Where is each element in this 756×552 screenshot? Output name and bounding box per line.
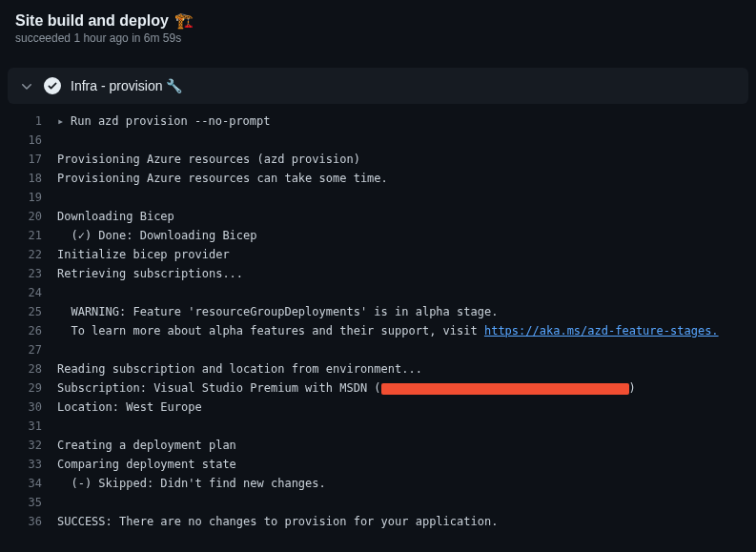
log-line: 34 (-) Skipped: Didn't find new changes. — [0, 474, 756, 493]
line-number: 31 — [0, 417, 57, 436]
line-number: 18 — [0, 169, 57, 188]
line-number: 1 — [0, 112, 57, 131]
log-line: 25 WARNING: Feature 'resourceGroupDeploy… — [0, 302, 756, 321]
log-text: WARNING: Feature 'resourceGroupDeploymen… — [57, 302, 498, 321]
log-line: 16 — [0, 131, 756, 150]
line-number: 21 — [0, 226, 57, 245]
log-text: (✓) Done: Downloading Bicep — [57, 226, 257, 245]
log-line: 33Comparing deployment state — [0, 455, 756, 474]
page-title: Site build and deploy — [15, 12, 169, 30]
line-number: 28 — [0, 359, 57, 378]
line-number: 35 — [0, 493, 57, 512]
log-text: Reading subscription and location from e… — [57, 359, 422, 378]
chevron-down-icon — [19, 78, 34, 93]
log-text: Retrieving subscriptions... — [57, 264, 243, 283]
line-number: 33 — [0, 455, 57, 474]
line-number: 32 — [0, 436, 57, 455]
log-line: 36SUCCESS: There are no changes to provi… — [0, 512, 756, 531]
disclosure-triangle-icon: ▸ — [57, 112, 67, 131]
log-line: 31 — [0, 417, 756, 436]
line-number: 26 — [0, 321, 57, 340]
line-number: 34 — [0, 474, 57, 493]
log-text: Creating a deployment plan — [57, 436, 236, 455]
log-line: 30Location: West Europe — [0, 398, 756, 417]
log-output: 1 ▸ Run azd provision --no-prompt 1617Pr… — [0, 104, 756, 539]
line-number: 19 — [0, 188, 57, 207]
status-label: succeeded — [15, 31, 71, 45]
log-line: 28Reading subscription and location from… — [0, 359, 756, 378]
title-emoji: 🏗️ — [174, 11, 194, 30]
log-text: (-) Skipped: Didn't find new changes. — [57, 474, 326, 493]
log-line: 35 — [0, 493, 756, 512]
log-text: Provisioning Azure resources can take so… — [57, 169, 388, 188]
log-text: Comparing deployment state — [57, 455, 236, 474]
log-line: 27 — [0, 340, 756, 359]
line-number: 30 — [0, 398, 57, 417]
log-text: Downloading Bicep — [57, 207, 174, 226]
status-time: 1 hour ago — [73, 31, 128, 45]
log-line: 32Creating a deployment plan — [0, 436, 756, 455]
log-line: 23Retrieving subscriptions... — [0, 264, 756, 283]
log-line: 18Provisioning Azure resources can take … — [0, 169, 756, 188]
log-text: Location: West Europe — [57, 398, 202, 417]
log-text: Provisioning Azure resources (azd provis… — [57, 150, 360, 169]
workflow-status: succeeded 1 hour ago in 6m 59s — [15, 31, 741, 45]
log-text: To learn more about alpha features and t… — [57, 321, 719, 340]
line-number: 25 — [0, 302, 57, 321]
line-number: 22 — [0, 245, 57, 264]
line-number: 36 — [0, 512, 57, 531]
log-line: 19 — [0, 188, 756, 207]
step-header[interactable]: Infra - provision 🔧 — [8, 68, 748, 104]
log-line: 21 (✓) Done: Downloading Bicep — [0, 226, 756, 245]
status-in: in — [132, 31, 140, 45]
workflow-header: Site build and deploy 🏗️ succeeded 1 hou… — [0, 0, 756, 52]
status-duration: 6m 59s — [144, 31, 181, 45]
log-text: Run azd provision --no-prompt — [71, 112, 271, 131]
log-line: 22Initialize bicep provider — [0, 245, 756, 264]
line-number: 24 — [0, 283, 57, 302]
line-number: 27 — [0, 340, 57, 359]
log-link[interactable]: https://aka.ms/azd-feature-stages. — [484, 324, 719, 337]
line-number: 17 — [0, 150, 57, 169]
log-line: 24 — [0, 283, 756, 302]
log-text: Initialize bicep provider — [57, 245, 230, 264]
step-name: Infra - provision 🔧 — [71, 78, 182, 93]
line-number: 23 — [0, 264, 57, 283]
log-line: 17Provisioning Azure resources (azd prov… — [0, 150, 756, 169]
log-line: 26 To learn more about alpha features an… — [0, 321, 756, 340]
log-text: Subscription: Visual Studio Premium with… — [57, 378, 636, 398]
log-summary-line[interactable]: 1 ▸ Run azd provision --no-prompt — [0, 112, 756, 131]
log-line: 20Downloading Bicep — [0, 207, 756, 226]
line-number: 29 — [0, 378, 57, 398]
log-line: 29Subscription: Visual Studio Premium wi… — [0, 378, 756, 398]
redacted-block — [381, 383, 629, 395]
line-number: 20 — [0, 207, 57, 226]
check-circle-icon — [44, 77, 61, 94]
log-text: SUCCESS: There are no changes to provisi… — [57, 512, 498, 531]
line-number: 16 — [0, 131, 57, 150]
